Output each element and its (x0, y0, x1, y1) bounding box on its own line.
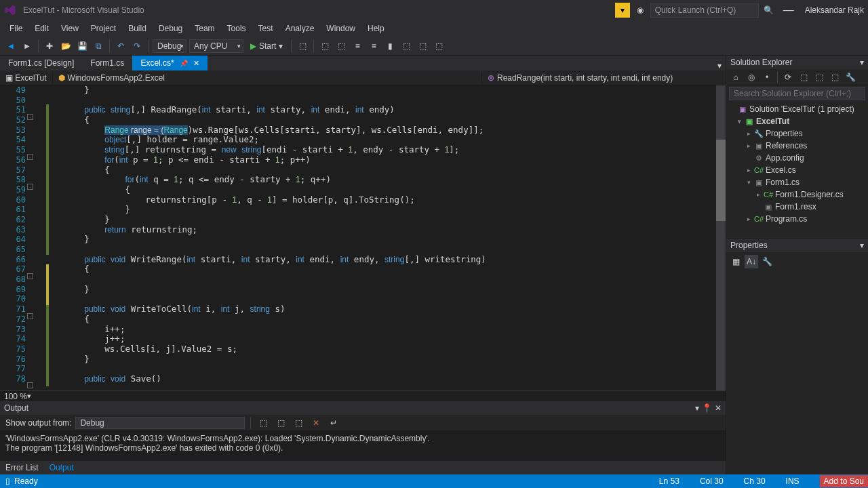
window-title: ExcelTut - Microsoft Visual Studio (23, 5, 144, 15)
status-publish[interactable]: Add to Sou (820, 475, 868, 487)
tab-output[interactable]: Output (47, 462, 77, 474)
back-button[interactable]: ◄ (4, 39, 18, 53)
out-tool-3[interactable]: ⬚ (292, 416, 305, 430)
tree-project: ▾▣ExcelTut (726, 115, 868, 127)
close-tab-icon[interactable]: ✕ (193, 59, 199, 68)
line-gutter: 4950515253545556575859606162636465666768… (0, 85, 41, 390)
save-all-button[interactable]: ⧉ (92, 39, 105, 53)
search-icon[interactable]: 🔍 (762, 3, 776, 18)
menu-bar: File Edit View Project Build Debug Team … (0, 20, 868, 37)
open-file-button[interactable]: 📂 (59, 39, 73, 53)
menu-team[interactable]: Team (189, 22, 220, 35)
vs-logo-icon (4, 4, 16, 16)
solution-tree[interactable]: ▣Solution 'ExcelTut' (1 project) ▾▣Excel… (726, 102, 868, 238)
new-project-button[interactable]: ✚ (43, 39, 56, 53)
redo-button[interactable]: ↷ (130, 39, 144, 53)
out-wrap-icon[interactable]: ↵ (327, 416, 340, 430)
tab-excel-cs[interactable]: Excel.cs*📌✕ (132, 56, 207, 70)
output-source-combo[interactable]: Debug (75, 417, 245, 429)
output-close-icon[interactable]: ✕ (715, 403, 722, 413)
play-icon: ▶ (250, 41, 256, 51)
menu-test[interactable]: Test (253, 22, 279, 35)
fold-icon[interactable]: - (27, 382, 33, 388)
menu-build[interactable]: Build (123, 22, 152, 35)
props-categorize-icon[interactable]: ▦ (729, 255, 743, 268)
props-dropdown-icon[interactable]: ▾ (860, 241, 864, 250)
status-line: Ln 53 (659, 476, 679, 486)
pin-icon[interactable]: 📌 (180, 60, 188, 67)
output-body[interactable]: 'WindowsFormsApp2.exe' (CLR v4.0.30319: … (0, 431, 726, 461)
props-alpha-icon[interactable]: A↓ (745, 255, 758, 268)
menu-debug[interactable]: Debug (153, 22, 188, 35)
output-dropdown-icon[interactable]: ▾ (695, 403, 699, 413)
tb-icon-5[interactable]: ⬚ (416, 39, 429, 53)
tab-form1-design[interactable]: Form1.cs [Design] (0, 56, 82, 70)
out-clear-icon[interactable]: ✕ (309, 416, 323, 430)
se-refresh-icon[interactable]: ⟳ (781, 70, 795, 84)
menu-help[interactable]: Help (362, 22, 390, 35)
bookmark-button[interactable]: ▮ (383, 39, 397, 53)
editor-scrollbar[interactable] (716, 85, 726, 390)
out-tool-1[interactable]: ⬚ (256, 416, 270, 430)
undo-button[interactable]: ↶ (114, 39, 127, 53)
fold-icon[interactable]: - (27, 154, 33, 160)
se-icon-5[interactable]: ⬚ (797, 70, 810, 84)
main-toolbar: ◄ ► ✚ 📂 💾 ⧉ ↶ ↷ Debug Any CPU ▶Start ▾ ⬚… (0, 37, 868, 56)
code-editor[interactable]: 4950515253545556575859606162636465666768… (0, 85, 726, 390)
start-button[interactable]: ▶Start ▾ (246, 41, 287, 51)
context-member[interactable]: ⊛ReadRange(int starti, int starty, int e… (481, 72, 726, 84)
config-combo[interactable]: Debug (153, 39, 186, 53)
platform-combo[interactable]: Any CPU (189, 39, 243, 53)
context-project[interactable]: ▣ ExcelTut (0, 72, 53, 84)
panel-dropdown-icon[interactable]: ▾ (860, 58, 864, 67)
output-from-label: Show output from: (5, 418, 71, 428)
zoom-level[interactable]: 100 % (4, 392, 27, 401)
fold-icon[interactable]: - (27, 114, 33, 120)
menu-window[interactable]: Window (321, 22, 361, 35)
status-ch: Ch 30 (744, 476, 766, 486)
menu-file[interactable]: File (4, 22, 28, 35)
menu-edit[interactable]: Edit (29, 22, 54, 35)
forward-button[interactable]: ► (20, 39, 34, 53)
menu-analyze[interactable]: Analyze (280, 22, 320, 35)
output-pin-icon[interactable]: 📍 (702, 403, 712, 413)
save-button[interactable]: 💾 (75, 39, 89, 53)
status-bar: ▯Ready Ln 53 Col 30 Ch 30 INS Add to Sou (0, 474, 868, 488)
menu-project[interactable]: Project (85, 22, 121, 35)
context-class[interactable]: ⬢WindowsFormsApp2.Excel (53, 72, 481, 84)
tree-item: ▸C#Excel.cs (726, 164, 868, 176)
tab-overflow-button[interactable]: ▾ (713, 61, 726, 70)
solution-search-input[interactable] (729, 87, 865, 100)
fold-icon[interactable]: - (27, 313, 33, 319)
tb-icon-6[interactable]: ⬚ (432, 39, 446, 53)
status-col: Col 30 (700, 476, 724, 486)
status-ready: Ready (14, 476, 38, 486)
tab-error-list[interactable]: Error List (3, 462, 41, 474)
indent-more-button[interactable]: ≡ (367, 39, 380, 53)
tab-form1-cs[interactable]: Form1.cs (82, 56, 132, 70)
out-tool-2[interactable]: ⬚ (274, 416, 288, 430)
minimize-button[interactable]: — (779, 4, 798, 16)
status-ins: INS (786, 476, 800, 486)
se-properties-icon[interactable]: 🔧 (844, 70, 857, 84)
se-home-icon[interactable]: ⌂ (729, 70, 743, 84)
props-icon-3[interactable]: 🔧 (760, 255, 774, 268)
tb-icon-2[interactable]: ⬚ (318, 39, 332, 53)
notification-icon[interactable]: ▾ (615, 3, 630, 18)
quick-launch-input[interactable]: Quick Launch (Ctrl+Q) (650, 3, 759, 18)
se-icon-6[interactable]: ⬚ (812, 70, 826, 84)
indent-less-button[interactable]: ≡ (351, 39, 364, 53)
tb-icon-4[interactable]: ⬚ (399, 39, 413, 53)
menu-view[interactable]: View (56, 22, 84, 35)
tree-item: ▸C#Form1.Designer.cs (726, 188, 868, 201)
tb-icon-3[interactable]: ⬚ (334, 39, 348, 53)
feedback-icon[interactable]: ◉ (633, 3, 648, 18)
fold-icon[interactable]: - (27, 184, 33, 190)
fold-icon[interactable]: - (27, 273, 33, 279)
menu-tools[interactable]: Tools (222, 22, 252, 35)
tree-item: ⚙App.config (726, 152, 868, 164)
tb-icon-1[interactable]: ⬚ (296, 39, 309, 53)
se-icon-2[interactable]: ◎ (745, 70, 758, 84)
se-icon-7[interactable]: ⬚ (828, 70, 842, 84)
se-icon-3[interactable]: • (760, 70, 774, 84)
